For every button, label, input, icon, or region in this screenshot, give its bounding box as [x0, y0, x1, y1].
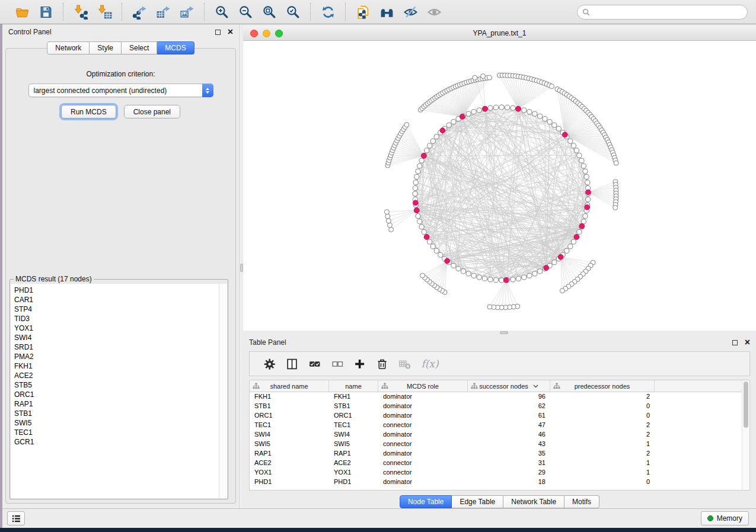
search-box[interactable]: [577, 5, 748, 20]
mcds-result-item[interactable]: TID3: [14, 314, 219, 323]
table-cell-successor-nodes[interactable]: 43: [468, 440, 550, 449]
table-cell-predecessor-nodes[interactable]: 2: [550, 430, 655, 440]
table-cell-mcds-role[interactable]: connector: [378, 421, 468, 430]
table-cell-mcds-role[interactable]: connector: [378, 440, 468, 449]
table-cell-mcds-role[interactable]: dominator: [378, 477, 468, 487]
export-network-button[interactable]: [127, 3, 151, 21]
table-scrollbar-thumb[interactable]: [744, 382, 748, 428]
zoom-in-button[interactable]: [210, 3, 234, 21]
memory-button[interactable]: Memory: [701, 511, 749, 525]
mcds-result-item[interactable]: GCR1: [14, 437, 219, 447]
settings-button[interactable]: [258, 354, 280, 373]
mcds-result-item[interactable]: ACE2: [14, 371, 219, 380]
mcds-result-item[interactable]: SWI4: [14, 333, 219, 342]
mcds-result-item[interactable]: YOX1: [14, 323, 219, 333]
table-cell-shared-name[interactable]: PHD1: [250, 477, 329, 487]
table-cell-predecessor-nodes[interactable]: 1: [550, 468, 655, 477]
table-cell-mcds-role[interactable]: dominator: [378, 411, 468, 421]
table-cell-shared-name[interactable]: TEC1: [250, 421, 329, 430]
table-cell-mcds-role[interactable]: connector: [378, 468, 468, 477]
import-network-button[interactable]: [69, 3, 92, 21]
table-cell-successor-nodes[interactable]: 29: [468, 468, 550, 477]
mcds-result-item[interactable]: STB1: [14, 409, 219, 418]
mcds-result-item[interactable]: FKH1: [14, 361, 219, 371]
table-cell-name[interactable]: RAP1: [329, 449, 378, 459]
network-graph[interactable]: [243, 41, 756, 331]
table-row[interactable]: FKH1FKH1dominator962: [250, 392, 742, 402]
column-header-predecessor-nodes[interactable]: predecessor nodes: [550, 380, 655, 392]
horizontal-splitter-grip[interactable]: [500, 331, 508, 334]
column-layout-button[interactable]: [280, 354, 303, 373]
table-row[interactable]: SWI5SWI5connector431: [250, 440, 742, 449]
table-cell-successor-nodes[interactable]: 61: [468, 411, 550, 421]
table-cell-successor-nodes[interactable]: 62: [468, 402, 550, 411]
table-cell-name[interactable]: YOX1: [329, 468, 378, 477]
table-cell-predecessor-nodes[interactable]: 0: [550, 477, 655, 487]
table-cell-predecessor-nodes[interactable]: 0: [550, 402, 655, 411]
mcds-list-scrollbar[interactable]: [219, 284, 227, 498]
table-cell-name[interactable]: SWI4: [329, 430, 378, 440]
table-cell-name[interactable]: TEC1: [329, 421, 378, 430]
table-cell-shared-name[interactable]: ACE2: [250, 459, 329, 468]
table-cell-name[interactable]: ORC1: [329, 411, 378, 421]
table-cell-name[interactable]: FKH1: [329, 392, 378, 402]
table-cell-successor-nodes[interactable]: 31: [468, 459, 550, 468]
table-row[interactable]: ORC1ORC1dominator610: [250, 411, 742, 421]
close-panel-icon[interactable]: ×: [228, 29, 233, 35]
table-cell-predecessor-nodes[interactable]: 2: [550, 392, 655, 402]
table-cell-predecessor-nodes[interactable]: 2: [550, 449, 655, 459]
table-cell-shared-name[interactable]: SWI4: [250, 430, 329, 440]
search-network-button[interactable]: [375, 3, 398, 21]
search-input[interactable]: [593, 8, 742, 16]
table-cell-name[interactable]: SWI5: [329, 440, 378, 449]
table-row[interactable]: RAP1RAP1dominator352: [250, 449, 742, 459]
open-file-button[interactable]: [10, 3, 34, 21]
refresh-button[interactable]: [316, 3, 340, 21]
horizontal-splitter[interactable]: [243, 331, 756, 335]
table-cell-successor-nodes[interactable]: 35: [468, 449, 550, 459]
criterion-dropdown[interactable]: largest connected component (undirected): [28, 84, 213, 97]
table-cell-mcds-role[interactable]: connector: [378, 459, 468, 468]
table-cell-name[interactable]: ACE2: [329, 459, 378, 468]
table-cell-name[interactable]: STB1: [329, 402, 378, 411]
tab-edge-table[interactable]: Edge Table: [452, 495, 503, 508]
column-header-mcds-role[interactable]: MCDS role: [378, 380, 468, 392]
tab-style[interactable]: Style: [90, 41, 122, 55]
hide-selected-button[interactable]: [398, 3, 422, 21]
network-canvas[interactable]: [243, 41, 756, 331]
table-cell-shared-name[interactable]: SWI5: [250, 440, 329, 449]
tab-node-table[interactable]: Node Table: [400, 495, 452, 508]
zoom-out-button[interactable]: [234, 3, 257, 21]
table-row[interactable]: STB1STB1dominator620: [250, 402, 742, 411]
mcds-result-item[interactable]: PMA2: [14, 352, 219, 361]
close-table-panel-icon[interactable]: ×: [745, 339, 750, 345]
zoom-fit-button[interactable]: [257, 3, 281, 21]
select-all-button[interactable]: [303, 354, 326, 373]
table-cell-mcds-role[interactable]: dominator: [378, 430, 468, 440]
import-table-button[interactable]: [92, 3, 116, 21]
mcds-result-item[interactable]: PHD1: [14, 286, 219, 295]
tab-motifs[interactable]: Motifs: [564, 495, 599, 508]
add-entry-button[interactable]: [348, 354, 371, 373]
task-history-button[interactable]: [7, 511, 25, 525]
network-titlebar[interactable]: YPA_prune.txt_1: [243, 26, 756, 41]
table-cell-mcds-role[interactable]: dominator: [378, 449, 468, 459]
table-cell-successor-nodes[interactable]: 46: [468, 430, 550, 440]
table-cell-mcds-role[interactable]: dominator: [378, 402, 468, 411]
column-header-successor-nodes[interactable]: successor nodes: [468, 380, 550, 392]
mcds-result-item[interactable]: CAR1: [14, 295, 219, 305]
table-cell-predecessor-nodes[interactable]: 0: [550, 411, 655, 421]
run-mcds-button[interactable]: Run MCDS: [61, 105, 116, 118]
tab-network-table[interactable]: Network Table: [503, 495, 564, 508]
mcds-result-item[interactable]: SRD1: [14, 342, 219, 352]
table-cell-shared-name[interactable]: FKH1: [250, 392, 329, 402]
float-window-icon[interactable]: [215, 30, 221, 35]
table-cell-predecessor-nodes[interactable]: 1: [550, 459, 655, 468]
table-cell-successor-nodes[interactable]: 47: [468, 421, 550, 430]
table-cell-shared-name[interactable]: ORC1: [250, 411, 329, 421]
close-panel-button[interactable]: Close panel: [124, 105, 180, 118]
table-row[interactable]: PHD1PHD1dominator180: [250, 477, 742, 487]
tab-network[interactable]: Network: [47, 41, 90, 55]
float-table-panel-icon[interactable]: [732, 340, 738, 345]
deselect-all-button[interactable]: [326, 354, 348, 373]
